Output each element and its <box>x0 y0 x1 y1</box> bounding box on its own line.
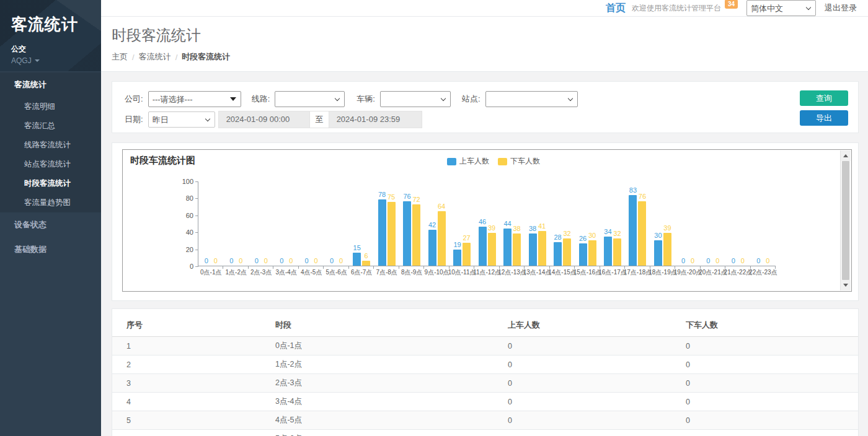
bar-group-9点-10点: 42649点-10点 <box>424 181 449 266</box>
bar-group-11点-12点: 463911点-12点 <box>474 181 499 266</box>
sidebar-subitem-站点客流统计[interactable]: 站点客流统计 <box>0 155 101 174</box>
bar-value-label: 72 <box>412 196 420 203</box>
app-logo-title: 客流统计 <box>11 14 101 35</box>
line-select[interactable] <box>275 91 345 107</box>
bar-下车人数-8点-9点 <box>412 204 420 266</box>
bar-下车人数-15点-16点 <box>588 240 596 266</box>
bar-group-12点-13点: 443812点-13点 <box>500 181 525 266</box>
station-select[interactable] <box>485 91 578 107</box>
sidebar-item-设备状态[interactable]: 设备状态 <box>0 212 101 237</box>
table-cell: 4 <box>112 393 261 411</box>
table-header-序号: 序号 <box>112 314 261 337</box>
x-axis-tick-label: 9点-10点 <box>425 268 450 277</box>
legend-item-下车人数: 下车人数 <box>498 156 540 167</box>
bar-下车人数-11点-12点 <box>488 233 496 266</box>
x-axis-tick-label: 4点-5点 <box>301 268 322 277</box>
bar-value-label: 0 <box>280 257 283 264</box>
bar-上车人数-15点-16点 <box>579 243 587 266</box>
language-select[interactable]: 简体中文 <box>746 0 816 16</box>
sidebar-subitem-时段客流统计[interactable]: 时段客流统计 <box>0 174 101 193</box>
vehicle-label: 车辆: <box>356 94 375 105</box>
x-axis-tick-label: 2点-3点 <box>250 268 272 277</box>
bar-group-5点-6点: 005点-6点 <box>324 181 348 266</box>
query-button[interactable]: 查询 <box>800 90 848 106</box>
bar-value-label: 30 <box>588 232 596 239</box>
filter-row-selects: 公司: ---请选择--- 线路: 车辆: 站点: <box>125 91 858 107</box>
bar-group-2点-3点: 002点-3点 <box>249 181 273 266</box>
bar-value-label: 34 <box>604 228 611 235</box>
table-cell: 0 <box>494 393 671 411</box>
bar-group-21点-22点: 0021点-22点 <box>725 181 750 266</box>
content: 公司: ---请选择--- 线路: 车辆: 站点: <box>101 72 868 436</box>
org-code-dropdown[interactable]: AQGJ <box>11 56 101 65</box>
line-select-wrap <box>275 91 345 107</box>
bar-value-label: 83 <box>629 186 637 194</box>
bar-value-label: 38 <box>529 225 536 232</box>
bar-下车人数-13点-14点 <box>538 231 546 266</box>
bar-group-4点-5点: 004点-5点 <box>299 181 324 266</box>
logout-link[interactable]: 退出登录 <box>825 2 857 14</box>
x-axis-tick-label: 12点-13点 <box>498 268 526 277</box>
sidebar-item-客流统计[interactable]: 客流统计 <box>0 72 101 97</box>
chart-vertical-scrollbar[interactable] <box>840 150 851 290</box>
bar-value-label: 0 <box>314 257 318 264</box>
company-select[interactable]: ---请选择--- <box>148 91 241 107</box>
bar-value-label: 76 <box>403 193 410 200</box>
bar-group-15点-16点: 263015点-16点 <box>575 181 600 266</box>
bar-value-label: 42 <box>428 221 436 229</box>
bar-value-label: 0 <box>264 257 268 264</box>
sidebar-subitem-客流汇总[interactable]: 客流汇总 <box>0 116 101 136</box>
table-cell: 2 <box>112 355 261 374</box>
date-from-input[interactable]: 2024-01-09 00:00 <box>218 111 310 128</box>
export-button[interactable]: 导出 <box>800 110 848 126</box>
date-preset-select[interactable]: 昨日 <box>148 111 215 128</box>
bar-下车人数-14点-15点 <box>563 238 571 266</box>
y-axis-tick-label: 60 <box>172 212 193 219</box>
y-axis-tick-label: 40 <box>172 229 193 236</box>
sidebar-subitem-客流明细[interactable]: 客流明细 <box>0 97 101 116</box>
bar-value-label: 0 <box>305 257 309 264</box>
bar-value-label: 32 <box>563 230 570 237</box>
breadcrumb-section[interactable]: 客流统计 <box>139 51 171 63</box>
scroll-down-arrow-icon[interactable] <box>841 280 851 290</box>
date-to-input[interactable]: 2024-01-09 23:59 <box>329 111 422 128</box>
table-header-row: 序号时段上车人数下车人数 <box>112 314 858 337</box>
x-axis-tick-label: 14点-15点 <box>548 268 577 277</box>
bar-value-label: 44 <box>503 220 511 227</box>
chart-title: 时段车流统计图 <box>130 155 195 167</box>
y-axis-tick-label: 100 <box>172 178 193 185</box>
bar-下车人数-17点-18点 <box>638 201 646 266</box>
x-axis-tick-label: 11点-12点 <box>473 268 501 277</box>
sidebar-subitem-客流量趋势图[interactable]: 客流量趋势图 <box>0 193 101 212</box>
bar-上车人数-7点-8点 <box>378 199 386 266</box>
bar-value-label: 0 <box>289 257 293 264</box>
bar-group-6点-7点: 1566点-7点 <box>349 181 374 266</box>
scrollbar-thumb[interactable] <box>842 161 849 280</box>
sidebar-subitem-线路客流统计[interactable]: 线路客流统计 <box>0 136 101 155</box>
bar-下车人数-6点-7点 <box>362 261 370 266</box>
x-axis-tick-label: 13点-14点 <box>523 268 552 277</box>
bar-上车人数-10点-11点 <box>453 250 461 266</box>
bar-value-label: 0 <box>691 257 694 264</box>
time-period-table: 序号时段上车人数下车人数 10点-1点0021点-2点0032点-3点0043点… <box>112 314 858 436</box>
table-row: 65点-6点00 <box>112 430 858 436</box>
breadcrumb-home[interactable]: 主页 <box>112 51 128 63</box>
sidebar-item-基础数据[interactable]: 基础数据 <box>0 237 101 262</box>
bar-value-label: 0 <box>741 257 745 264</box>
bar-value-label: 64 <box>438 203 445 210</box>
bar-value-label: 39 <box>488 224 495 232</box>
vehicle-select[interactable] <box>380 91 451 107</box>
bar-group-19点-20点: 0019点-20点 <box>675 181 700 266</box>
table-header-下车人数: 下车人数 <box>671 314 858 337</box>
x-axis-tick-label: 21点-22点 <box>724 268 753 277</box>
notification-badge[interactable]: 34 <box>725 0 738 9</box>
table-cell: 3 <box>112 374 261 393</box>
date-label: 日期: <box>125 114 143 125</box>
home-link[interactable]: 首页 <box>606 2 626 15</box>
scroll-up-arrow-icon[interactable] <box>841 150 851 161</box>
sidebar: 客流统计 公交 AQGJ 客流统计客流明细客流汇总线路客流统计站点客流统计时段客… <box>0 0 101 436</box>
chart-box: 时段车流统计图 上车人数下车人数 020406080100000点-1点001点… <box>122 149 852 292</box>
table-cell: 0 <box>671 411 858 430</box>
bar-value-label: 0 <box>205 257 208 264</box>
table-cell: 1点-2点 <box>261 355 494 374</box>
